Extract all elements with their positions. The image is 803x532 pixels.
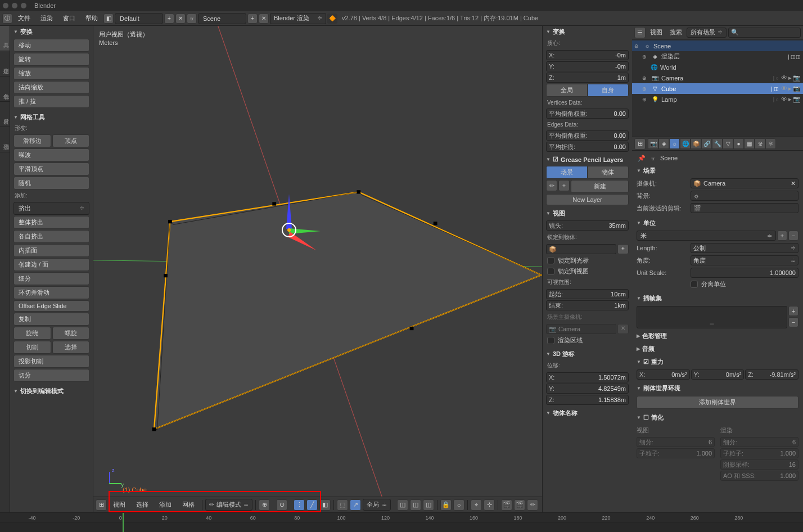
outliner-tree[interactable]: ⊖☼Scene ⊕◈渲染层| ◫◫ 🌐World ⊕📷Camera| ○👁▸📷 …	[632, 39, 803, 137]
menu-window[interactable]: 窗口	[58, 12, 80, 24]
pivot-point-icon[interactable]: ⊙	[276, 499, 287, 511]
tab-data-icon[interactable]: ▽	[723, 138, 733, 149]
gp-add-icon[interactable]: +	[558, 180, 570, 191]
face-select-icon[interactable]: ◧	[319, 499, 331, 511]
cursor-z[interactable]: Z:1.15838m	[546, 395, 629, 405]
proportional-edit-icon[interactable]: ○	[453, 499, 464, 511]
scale-button[interactable]: 缩放	[13, 67, 89, 80]
gp-object-button[interactable]: 物体	[588, 166, 629, 179]
vp-menu-add[interactable]: 添加	[155, 499, 176, 511]
cursor-y[interactable]: Y:4.82549m	[546, 384, 629, 394]
transform-manipulator[interactable]	[282, 223, 296, 237]
make-edge-face-button[interactable]: 创建边 / 面	[13, 258, 89, 271]
gravity-panel-header[interactable]: ☑重力	[633, 355, 802, 368]
edge-bevel-weight[interactable]: 平均倒角权重:0.00	[546, 130, 629, 141]
gravity-x[interactable]: X:0m/s²	[637, 369, 690, 380]
tab-modifiers-icon[interactable]: 🔧	[712, 138, 723, 149]
tab-physics-icon[interactable]: ⚛	[765, 138, 776, 149]
gravity-z[interactable]: Z:-9.81m/s²	[745, 369, 799, 380]
n-transform-header[interactable]: 变换	[543, 26, 632, 38]
vertex-button[interactable]: 顶点	[52, 134, 90, 147]
select-icon[interactable]: ▸	[788, 85, 792, 92]
rotate-button[interactable]: 旋转	[13, 53, 89, 66]
layout-prev-icon[interactable]: ◧	[103, 13, 114, 24]
outliner-cube[interactable]: Cube	[661, 85, 769, 92]
minimize-window-icon[interactable]	[12, 3, 17, 8]
noise-button[interactable]: 噪波	[13, 148, 89, 161]
tab-constraints-icon[interactable]: 🔗	[701, 138, 712, 149]
unit-panel-header[interactable]: 单位	[633, 217, 802, 229]
tab-scene-icon[interactable]: ☼	[669, 138, 680, 149]
snap-element-icon[interactable]: ⊹	[484, 499, 495, 511]
scene-bg-field[interactable]: ☼	[691, 191, 799, 201]
maximize-window-icon[interactable]	[21, 3, 26, 8]
edge-select-icon[interactable]: ╱	[306, 499, 318, 511]
add-rigid-world-button[interactable]: 添加刚体世界	[637, 396, 799, 409]
scene-add-icon[interactable]: +	[247, 13, 258, 24]
outliner-search[interactable]: 🔍	[728, 28, 801, 38]
outliner-world[interactable]: World	[660, 64, 801, 71]
item-panel-header[interactable]: 物体名称	[543, 407, 632, 419]
vp-menu-select[interactable]: 选择	[132, 499, 153, 511]
keyset-remove-icon[interactable]: −	[788, 317, 799, 327]
lock-eyedropper-icon[interactable]: ⌖	[617, 244, 629, 254]
opengl-render-icon[interactable]: 🎬	[501, 499, 512, 511]
eye-icon[interactable]: 👁	[781, 74, 787, 82]
3d-viewport[interactable]: 用户视图（透视） Meters z y (1) Cube ⊞ 视图 选择 添加 …	[93, 26, 542, 512]
lock-object-field[interactable]: 📦	[546, 244, 616, 254]
smooth-vertex-button[interactable]: 平滑顶点	[13, 163, 89, 175]
menu-help[interactable]: 帮助	[81, 12, 102, 24]
knife-button[interactable]: 切割	[13, 341, 51, 354]
eye-icon[interactable]: 👁	[781, 96, 787, 103]
space-local-button[interactable]: 自身	[588, 84, 629, 97]
extrude-region-button[interactable]: 整体挤出	[13, 216, 89, 229]
eye-icon[interactable]: 👁	[781, 85, 787, 92]
unit-preset-dropdown[interactable]: 米	[637, 231, 776, 241]
tab-world-icon[interactable]: 🌐	[680, 138, 691, 149]
scene-browse-icon[interactable]: ☼	[187, 13, 197, 24]
simplify-panel-header[interactable]: ☐简化	[633, 411, 802, 424]
tab-texture-icon[interactable]: ▦	[744, 138, 755, 149]
outliner-renderlayers[interactable]: 渲染层	[661, 52, 786, 61]
median-z[interactable]: Z:1m	[546, 73, 629, 83]
loop-cut-button[interactable]: 环切并滑动	[13, 286, 89, 299]
subdivide-button[interactable]: 细分	[13, 272, 89, 285]
meshtools-panel-header[interactable]: 网格工具	[10, 111, 93, 123]
tab-shading[interactable]: 着色	[0, 76, 10, 102]
outliner-editor-icon[interactable]: ☰	[634, 27, 646, 38]
render-icon[interactable]: 📷	[793, 96, 801, 103]
gp-browse-icon[interactable]: ✏	[546, 180, 557, 191]
outliner-search-menu[interactable]: 搜索	[667, 27, 685, 38]
color-panel-header[interactable]: 色彩管理	[633, 330, 802, 342]
inset-faces-button[interactable]: 内插面	[13, 244, 89, 257]
gp-scene-button[interactable]: 场景	[546, 166, 588, 179]
knife-project-button[interactable]: 投影切割	[13, 355, 89, 368]
length-dropdown[interactable]: 公制	[691, 243, 799, 253]
keyset-add-icon[interactable]: +	[788, 306, 799, 316]
layout-delete-icon[interactable]: ✕	[175, 13, 186, 24]
edge-slide-button[interactable]: 滑移边	[13, 134, 51, 147]
keyset-list[interactable]: ═	[637, 306, 787, 328]
rigid-panel-header[interactable]: 刚体世界环境	[633, 382, 802, 395]
render-border-check[interactable]	[547, 337, 554, 344]
extrude-dropdown[interactable]: 挤出	[13, 202, 89, 215]
scene-delete-icon[interactable]: ✕	[259, 13, 269, 24]
gpencil-icon[interactable]: ✏	[527, 499, 538, 511]
editor-type-icon[interactable]: ⓘ	[2, 13, 12, 24]
clip-start-field[interactable]: 起始:10cm	[546, 289, 629, 299]
manipulator-toggle-icon[interactable]: ↗	[350, 499, 361, 511]
gp-new-layer-button[interactable]: New Layer	[546, 194, 629, 205]
randomize-button[interactable]: 随机	[13, 177, 89, 190]
edge-crease[interactable]: 平均折痕:0.00	[546, 142, 629, 152]
limit-selection-icon[interactable]: ⬚	[337, 499, 348, 511]
layer-1-icon[interactable]: ◫	[397, 499, 408, 511]
select-button[interactable]: 选择	[52, 341, 90, 354]
layer-3-icon[interactable]: ◫	[423, 499, 434, 511]
scale-normal-button[interactable]: 法向缩放	[13, 81, 89, 94]
lens-field[interactable]: 镜头:35mm	[546, 220, 629, 231]
gp-new-button[interactable]: 新建	[571, 180, 629, 193]
unit-scale-field[interactable]: 1.000000	[691, 268, 799, 278]
scene-camera-field[interactable]: 📦Camera✕	[691, 178, 799, 188]
mode-selector[interactable]: ✏编辑模式	[205, 499, 252, 511]
close-window-icon[interactable]	[3, 3, 8, 8]
